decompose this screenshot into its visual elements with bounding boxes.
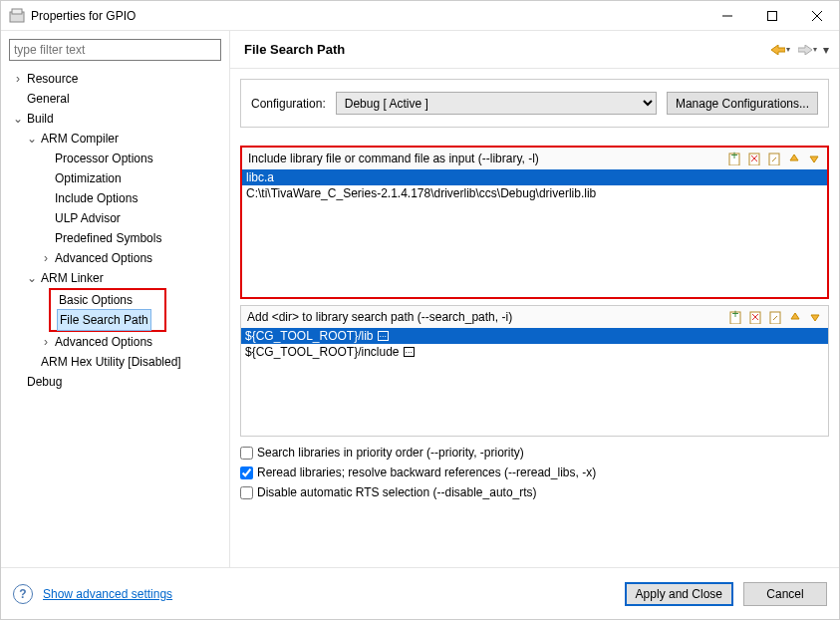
configuration-label: Configuration: xyxy=(251,97,326,111)
help-icon[interactable]: ? xyxy=(13,584,33,604)
footer: ? Show advanced settings Apply and Close… xyxy=(1,567,839,619)
nav-buttons: ▾ ▾ ▾ xyxy=(769,43,829,57)
chevron-down-icon: ▾ xyxy=(786,45,790,54)
tree-item-build[interactable]: ⌄Build xyxy=(11,109,225,129)
configuration-row: Configuration: Debug [ Active ] Manage C… xyxy=(240,79,829,128)
chevron-down-icon: ▾ xyxy=(813,45,817,54)
back-button[interactable]: ▾ xyxy=(769,43,792,57)
apply-and-close-button[interactable]: Apply and Close xyxy=(625,582,733,606)
right-body: Configuration: Debug [ Active ] Manage C… xyxy=(230,69,839,567)
priority-label: Search libraries in priority order (--pr… xyxy=(257,446,524,460)
options-checks: Search libraries in priority order (--pr… xyxy=(240,443,829,502)
show-advanced-link[interactable]: Show advanced settings xyxy=(43,587,172,601)
disable-rts-label: Disable automatic RTS selection (--disab… xyxy=(257,485,537,499)
svg-rect-14 xyxy=(750,312,760,324)
left-pane: ›Resource General ⌄Build ⌄ARM Compiler P… xyxy=(1,31,230,567)
tree-item-advanced-options-linker[interactable]: ›Advanced Options xyxy=(11,332,225,352)
add-icon[interactable]: + xyxy=(725,150,743,167)
more-icon: ··· xyxy=(378,331,390,341)
tree-item-advanced-options-compiler[interactable]: ›Advanced Options xyxy=(11,248,225,268)
add-icon[interactable]: + xyxy=(726,308,744,326)
property-tree: ›Resource General ⌄Build ⌄ARM Compiler P… xyxy=(1,67,229,394)
maximize-button[interactable] xyxy=(749,1,794,30)
edit-icon[interactable] xyxy=(766,308,784,326)
tree-item-include-options[interactable]: Include Options xyxy=(11,188,225,208)
svg-rect-8 xyxy=(749,154,759,165)
cancel-button[interactable]: Cancel xyxy=(743,582,827,606)
tree-item-processor-options[interactable]: Processor Options xyxy=(11,149,225,168)
configuration-select[interactable]: Debug [ Active ] xyxy=(336,92,657,115)
window-title: Properties for GPIO xyxy=(31,9,704,23)
tree-item-resource[interactable]: ›Resource xyxy=(11,69,225,89)
include-library-panel: Include library file or command file as … xyxy=(240,146,829,299)
list-item[interactable]: ${CG_TOOL_ROOT}/include··· xyxy=(241,344,828,360)
filter-container xyxy=(9,39,221,61)
more-icon: ··· xyxy=(404,347,416,357)
search-path-title: Add <dir> to library search path (--sear… xyxy=(247,310,726,324)
tree-item-optimization[interactable]: Optimization xyxy=(11,168,225,188)
tree-item-ulp-advisor[interactable]: ULP Advisor xyxy=(11,208,225,228)
reread-label: Reread libraries; resolve backward refer… xyxy=(257,465,596,479)
page-title: File Search Path xyxy=(244,42,769,57)
svg-text:+: + xyxy=(731,310,738,321)
filter-input[interactable] xyxy=(9,39,221,61)
disable-rts-checkbox[interactable] xyxy=(240,486,253,499)
move-down-icon[interactable] xyxy=(805,150,823,167)
svg-rect-3 xyxy=(767,11,776,20)
priority-checkbox[interactable] xyxy=(240,447,253,460)
move-up-icon[interactable] xyxy=(786,308,804,326)
right-pane: File Search Path ▾ ▾ ▾ Configuration: De… xyxy=(230,31,839,567)
manage-configurations-button[interactable]: Manage Configurations... xyxy=(667,92,818,115)
delete-icon[interactable] xyxy=(745,150,763,167)
tree-item-file-search-path[interactable]: File Search Path xyxy=(53,310,162,330)
tree-item-basic-options[interactable]: Basic Options xyxy=(53,290,162,310)
tree-item-predefined-symbols[interactable]: Predefined Symbols xyxy=(11,228,225,248)
reread-checkbox[interactable] xyxy=(240,466,253,479)
app-icon xyxy=(9,8,25,24)
minimize-button[interactable] xyxy=(704,1,749,30)
list-item[interactable]: libc.a xyxy=(242,169,827,185)
search-path-list[interactable]: ${CG_TOOL_ROOT}/lib··· ${CG_TOOL_ROOT}/i… xyxy=(241,328,828,436)
delete-icon[interactable] xyxy=(746,308,764,326)
right-header: File Search Path ▾ ▾ ▾ xyxy=(230,31,839,69)
titlebar: Properties for GPIO xyxy=(1,1,839,31)
edit-icon[interactable] xyxy=(765,150,783,167)
list-item[interactable]: ${CG_TOOL_ROOT}/lib··· xyxy=(241,328,828,344)
highlight-annotation: Basic Options File Search Path xyxy=(49,288,166,332)
tree-item-arm-compiler[interactable]: ⌄ARM Compiler xyxy=(11,129,225,149)
close-button[interactable] xyxy=(794,1,839,30)
include-library-list[interactable]: libc.a C:\ti\TivaWare_C_Series-2.1.4.178… xyxy=(242,169,827,297)
move-up-icon[interactable] xyxy=(785,150,803,167)
include-library-title: Include library file or command file as … xyxy=(248,152,725,165)
tree-item-general[interactable]: General xyxy=(11,89,225,109)
tree-item-arm-hex[interactable]: ARM Hex Utility [Disabled] xyxy=(11,352,225,372)
tree-item-arm-linker[interactable]: ⌄ARM Linker xyxy=(11,268,225,288)
search-path-panel: Add <dir> to library search path (--sear… xyxy=(240,305,829,437)
tree-item-debug[interactable]: Debug xyxy=(11,372,225,392)
svg-text:+: + xyxy=(730,152,737,162)
list-item[interactable]: C:\ti\TivaWare_C_Series-2.1.4.178\driver… xyxy=(242,185,827,201)
svg-rect-1 xyxy=(12,9,22,14)
forward-button[interactable]: ▾ xyxy=(796,43,819,57)
view-menu-button[interactable]: ▾ xyxy=(823,43,829,57)
move-down-icon[interactable] xyxy=(806,308,824,326)
